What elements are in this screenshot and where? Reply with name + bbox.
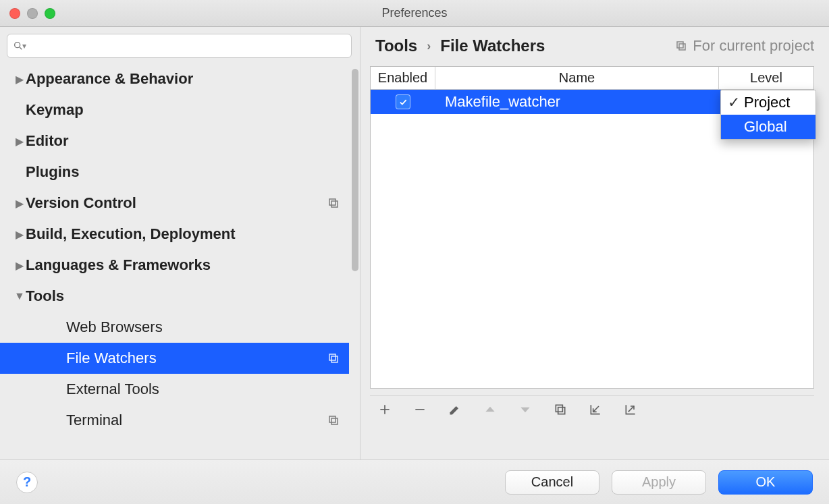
sidebar-item-tools[interactable]: ▼Tools [0,281,349,312]
sidebar-item-version-control[interactable]: ▶Version Control [0,188,349,219]
sidebar-item-label: Web Browsers [66,318,340,336]
chevron-right-icon[interactable]: ▶ [14,73,26,86]
sidebar-item-keymap[interactable]: Keymap [0,94,349,125]
enabled-checkbox[interactable] [396,94,410,109]
sidebar: ▾ ▶Appearance & BehaviorKeymap▶EditorPlu… [0,27,360,459]
sidebar-item-build-execution-deployment[interactable]: ▶Build, Execution, Deployment [0,219,349,250]
chevron-right-icon[interactable]: ▶ [14,135,26,148]
svg-rect-2 [331,201,338,207]
chevron-right-icon[interactable]: ▶ [14,228,26,241]
scrollbar-thumb[interactable] [352,69,358,271]
table-header: Enabled Name Level [371,67,813,90]
search-input[interactable] [30,40,346,52]
sidebar-item-label: Plugins [26,163,340,181]
zoom-window-button[interactable] [45,8,55,19]
ok-button[interactable]: OK [718,470,813,495]
main-panel: Tools › File Watchers For current projec… [360,27,829,459]
traffic-lights [0,8,55,19]
sidebar-item-appearance-behavior[interactable]: ▶Appearance & Behavior [0,63,349,94]
svg-line-1 [20,47,22,49]
level-dropdown[interactable]: ✓ Project Global [720,90,816,140]
option-label: Global [744,118,787,136]
titlebar: Preferences [0,0,829,27]
svg-rect-13 [558,407,565,414]
col-level[interactable]: Level [719,67,813,89]
level-option-project[interactable]: ✓ Project [721,90,815,115]
level-option-global[interactable]: Global [721,115,815,139]
edit-button[interactable] [447,401,463,418]
sidebar-item-plugins[interactable]: Plugins [0,157,349,188]
sidebar-item-label: Languages & Frameworks [26,256,340,274]
chevron-right-icon[interactable]: ▶ [14,259,26,272]
chevron-down-icon[interactable]: ▼ [14,290,26,302]
add-button[interactable] [377,401,393,418]
row-enabled-cell[interactable] [371,94,435,109]
preferences-window: Preferences ▾ ▶Appearance & BehaviorKeym… [0,0,829,504]
footer: ? Cancel Apply OK [0,459,829,504]
import-button[interactable] [587,401,604,418]
panel-header: Tools › File Watchers For current projec… [360,27,829,62]
remove-button[interactable] [412,401,428,418]
table-toolbar [370,395,814,422]
copy-icon [327,414,340,426]
cancel-button[interactable]: Cancel [505,470,599,495]
export-button[interactable] [622,401,639,418]
sidebar-item-external-tools[interactable]: External Tools [0,374,349,405]
svg-rect-9 [677,42,683,48]
sidebar-item-label: External Tools [66,381,340,398]
chevron-right-icon[interactable]: ▶ [14,197,26,210]
search-wrap: ▾ [0,27,360,63]
watchers-table: Enabled Name Level Makefile_watcher [370,66,814,389]
sidebar-item-file-watchers[interactable]: File Watchers [0,343,349,374]
svg-point-0 [15,43,20,48]
col-enabled[interactable]: Enabled [371,67,435,89]
sidebar-item-label: Version Control [26,194,327,212]
sidebar-item-label: Appearance & Behavior [26,70,340,88]
copy-icon [327,352,340,364]
sidebar-item-label: File Watchers [66,349,327,367]
breadcrumb-file-watchers: File Watchers [440,36,545,55]
svg-rect-5 [329,354,336,360]
row-name-cell[interactable]: Makefile_watcher [435,93,719,111]
sidebar-item-languages-frameworks[interactable]: ▶Languages & Frameworks [0,250,349,281]
svg-rect-7 [329,416,336,422]
window-title: Preferences [0,6,829,20]
checkmark-icon: ✓ [728,94,740,111]
scope-indicator: For current project [675,37,814,55]
help-button[interactable]: ? [16,472,38,493]
sidebar-item-label: Tools [26,287,340,305]
svg-rect-6 [331,418,338,424]
sidebar-item-label: Keymap [26,101,340,119]
sidebar-item-editor[interactable]: ▶Editor [0,125,349,157]
chevron-right-icon: › [427,39,431,53]
search-box[interactable]: ▾ [7,34,352,58]
sidebar-item-label: Build, Execution, Deployment [26,225,340,243]
sidebar-item-label: Editor [26,132,340,150]
scope-label: For current project [693,37,814,55]
svg-rect-14 [556,405,562,412]
svg-rect-8 [679,44,685,50]
content-area: ▾ ▶Appearance & BehaviorKeymap▶EditorPlu… [0,27,829,459]
svg-rect-4 [331,356,338,362]
col-name[interactable]: Name [435,67,719,89]
apply-button[interactable]: Apply [612,470,706,495]
svg-rect-3 [329,199,336,205]
close-window-button[interactable] [9,8,20,19]
settings-tree[interactable]: ▶Appearance & BehaviorKeymap▶EditorPlugi… [0,63,360,459]
sidebar-item-terminal[interactable]: Terminal [0,405,349,436]
breadcrumb-tools[interactable]: Tools [375,36,417,55]
copy-icon [675,40,687,52]
move-up-button[interactable] [482,401,498,418]
search-history-caret-icon[interactable]: ▾ [22,41,26,51]
svg-line-16 [629,406,634,412]
copy-button[interactable] [552,401,568,418]
minimize-window-button[interactable] [27,8,38,19]
sidebar-item-web-browsers[interactable]: Web Browsers [0,312,349,343]
move-down-button[interactable] [517,401,533,418]
svg-line-15 [593,406,599,412]
breadcrumb: Tools › File Watchers [375,36,545,55]
sidebar-item-label: Terminal [66,412,327,429]
copy-icon [327,197,340,209]
option-label: Project [744,94,790,111]
